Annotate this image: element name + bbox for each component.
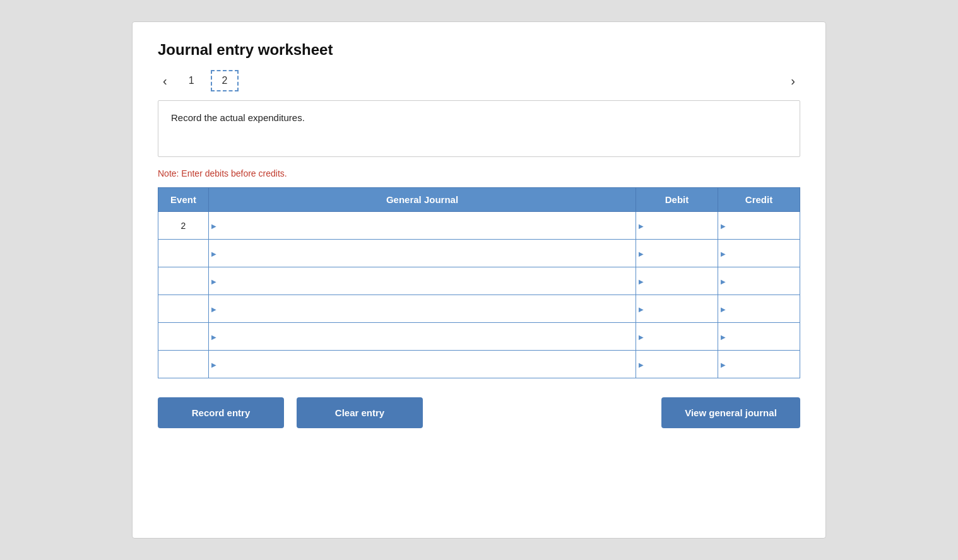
- debit-cell[interactable]: [636, 295, 718, 323]
- header-debit: Debit: [636, 188, 718, 212]
- table-row: [158, 295, 800, 323]
- journal-cell[interactable]: [209, 295, 636, 323]
- journal-cell[interactable]: [209, 212, 636, 240]
- table-row: 2: [158, 212, 800, 240]
- event-cell: [158, 351, 209, 378]
- debit-cell[interactable]: [636, 267, 718, 295]
- tab-1[interactable]: 1: [179, 71, 204, 90]
- table-row: [158, 351, 800, 378]
- header-event: Event: [158, 188, 209, 212]
- table-row: [158, 267, 800, 295]
- credit-cell[interactable]: [718, 295, 800, 323]
- journal-cell[interactable]: [209, 323, 636, 351]
- tab-navigation: ‹ 1 2 ›: [158, 70, 800, 91]
- description-text: Record the actual expenditures.: [171, 112, 305, 123]
- journal-cell[interactable]: [209, 240, 636, 267]
- page-title: Journal entry worksheet: [158, 41, 800, 59]
- next-arrow-button[interactable]: ›: [786, 72, 800, 90]
- event-cell: [158, 295, 209, 323]
- prev-arrow-button[interactable]: ‹: [158, 72, 172, 90]
- table-body: 2: [158, 212, 800, 378]
- event-cell: [158, 267, 209, 295]
- debit-cell[interactable]: [636, 351, 718, 378]
- debit-cell[interactable]: [636, 323, 718, 351]
- event-cell: 2: [158, 212, 209, 240]
- credit-cell[interactable]: [718, 267, 800, 295]
- journal-cell[interactable]: [209, 267, 636, 295]
- credit-cell[interactable]: [718, 351, 800, 378]
- header-credit: Credit: [718, 188, 800, 212]
- credit-cell[interactable]: [718, 323, 800, 351]
- action-buttons-row: Record entry Clear entry View general jo…: [158, 397, 800, 428]
- view-general-journal-button[interactable]: View general journal: [661, 397, 800, 428]
- credit-cell[interactable]: [718, 212, 800, 240]
- header-general-journal: General Journal: [209, 188, 636, 212]
- table-header-row: Event General Journal Debit Credit: [158, 188, 800, 212]
- worksheet-card: Journal entry worksheet ‹ 1 2 › Record t…: [132, 21, 826, 539]
- description-box: Record the actual expenditures.: [158, 100, 800, 157]
- note-text: Note: Enter debits before credits.: [158, 168, 800, 178]
- tab-2[interactable]: 2: [211, 70, 239, 91]
- debit-cell[interactable]: [636, 212, 718, 240]
- table-row: [158, 323, 800, 351]
- debit-cell[interactable]: [636, 240, 718, 267]
- record-entry-button[interactable]: Record entry: [158, 397, 284, 428]
- event-cell: [158, 240, 209, 267]
- credit-cell[interactable]: [718, 240, 800, 267]
- table-row: [158, 240, 800, 267]
- journal-table: Event General Journal Debit Credit 2: [158, 187, 800, 378]
- journal-cell[interactable]: [209, 351, 636, 378]
- clear-entry-button[interactable]: Clear entry: [297, 397, 423, 428]
- event-cell: [158, 323, 209, 351]
